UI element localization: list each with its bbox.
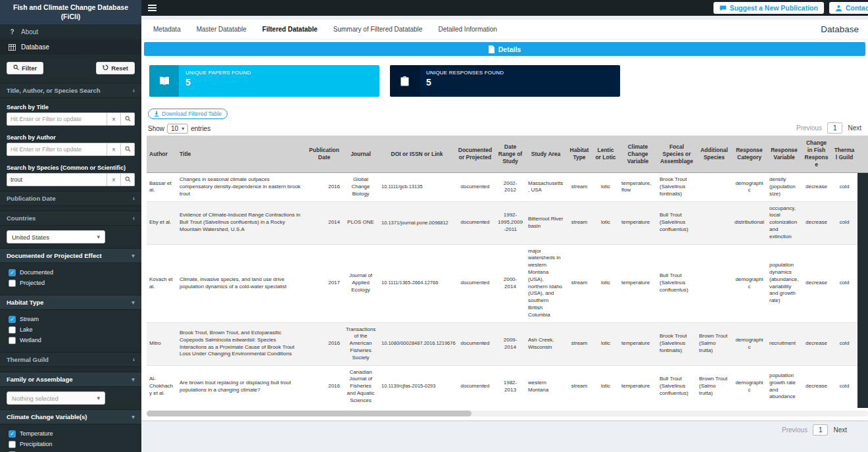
pagination-page-button[interactable]: 1 xyxy=(813,424,829,436)
reset-label: Reset xyxy=(111,64,128,72)
tab-master-datatable[interactable]: Master Datatable xyxy=(189,20,254,39)
horizontal-scrollbar[interactable] xyxy=(147,411,868,416)
pagination-previous-button[interactable]: Previous xyxy=(796,124,822,132)
filter-button[interactable]: Filter xyxy=(7,62,43,74)
checkbox-temperature[interactable]: ✓Temperature xyxy=(0,428,141,439)
checkbox-wetland[interactable]: Wetland xyxy=(0,335,141,345)
clear-button[interactable]: × xyxy=(107,143,121,156)
table-cell: western Montana xyxy=(525,365,566,407)
reset-button[interactable]: Reset xyxy=(96,62,135,74)
tab-metadata[interactable]: Metadata xyxy=(145,20,189,39)
filter-section-publication-date[interactable]: Publication Date‹ xyxy=(0,191,141,206)
table-cell: 2014 xyxy=(306,201,343,244)
show-label: Show xyxy=(148,125,164,132)
pagination-next-button[interactable]: Next xyxy=(833,426,847,434)
filter-section-family-or-assemblage[interactable]: Family or Assemblage▾ xyxy=(0,372,141,387)
navbar-actions: Suggest a New Publication Contact xyxy=(713,2,868,14)
table-cell: stream xyxy=(566,322,592,365)
family-or-assemblage-select[interactable]: Nothing selected▾ xyxy=(7,391,105,405)
column-header-documented-or-projected[interactable]: Documented or Projected xyxy=(455,136,495,173)
table-cell: stream xyxy=(566,244,592,322)
table-cell: stream xyxy=(566,201,592,244)
checkbox-stream[interactable]: ✓Stream xyxy=(0,314,141,324)
sidebar-item-about[interactable]: ?About xyxy=(0,24,141,39)
checkbox-icon xyxy=(9,326,16,334)
table-cell: density (population size) xyxy=(767,173,802,201)
checkbox-documented[interactable]: ✓Documented xyxy=(0,267,141,278)
column-header-change-in-fish-response[interactable]: Change in Fish Response xyxy=(802,136,831,173)
table-cell: Bitterroot River basin xyxy=(525,201,566,244)
sidebar-item-database[interactable]: Database xyxy=(0,39,141,55)
column-header-focal-species-or-assemblage[interactable]: Focal Species or Assemblage xyxy=(657,136,696,173)
tab-filtered-datatable[interactable]: Filtered Datatable xyxy=(254,20,326,39)
sidebar-toggle-button[interactable] xyxy=(148,5,157,11)
checkbox-precipitation[interactable]: Precipitation xyxy=(0,439,141,449)
table-cell: 10.1080/00028487.2016.1219676 xyxy=(379,322,455,365)
column-header-date-range-of-study[interactable]: Date Range of Study xyxy=(495,136,525,173)
table-cell: Eby et al. xyxy=(147,201,177,244)
pagination-next-button[interactable]: Next xyxy=(848,124,861,132)
table-cell: Brook Trout, Brown Trout, and Ectoparasi… xyxy=(177,322,306,365)
column-header-habitat-type[interactable]: Habitat Type xyxy=(566,136,592,173)
clear-button[interactable]: × xyxy=(107,113,121,126)
table-cell: demographic xyxy=(732,173,767,201)
pagination-previous-button[interactable]: Previous xyxy=(782,426,808,434)
checkbox-projected[interactable]: Projected xyxy=(0,278,141,288)
search-by-author-input[interactable] xyxy=(7,143,107,156)
column-header-author[interactable]: Author xyxy=(147,136,177,173)
table-cell: decrease xyxy=(802,201,831,244)
column-header-response-variable[interactable]: Response Variable xyxy=(767,136,802,173)
search-button[interactable] xyxy=(121,143,135,156)
tab-summary-of-filtered-datatable[interactable]: Summary of Filtered Datatable xyxy=(326,20,431,39)
tab-detailed-information[interactable]: Detailed Information xyxy=(430,20,505,39)
search-input-group: × xyxy=(7,173,135,186)
column-header-journal[interactable]: Journal xyxy=(343,136,379,173)
table-cell: lotic xyxy=(592,322,619,365)
pagination-page-button[interactable]: 1 xyxy=(827,122,843,134)
table-cell: cold xyxy=(831,365,857,407)
filter-section-documented-or-projected-effect[interactable]: Documented or Projected Effect▾ xyxy=(0,248,141,263)
filter-section-label: Publication Date xyxy=(7,195,55,202)
table-cell-overflow xyxy=(857,322,868,365)
page-length-select[interactable]: 10 ▾ xyxy=(167,124,188,134)
search-by-title-input[interactable] xyxy=(7,113,107,126)
download-filtered-table-button[interactable]: Download Filtered Table xyxy=(148,109,228,119)
column-header-doi-or-issn-or-link[interactable]: DOI or ISSN or Link xyxy=(379,136,455,173)
filter-section-title-author-or-species-search[interactable]: Title, Author, or Species Search‹ xyxy=(0,83,141,98)
search-icon xyxy=(125,116,131,123)
column-header-additional-species[interactable]: Additional Species xyxy=(696,136,732,173)
suggest-publication-button[interactable]: Suggest a New Publication xyxy=(713,2,824,14)
value-boxes: UNIQUE PAPERS FOUND 5 UNIQUE RESPONSES F… xyxy=(141,59,868,97)
checkbox-label: Temperature xyxy=(20,430,53,437)
table-cell: temperature xyxy=(619,322,657,365)
search-by-species-common-or-scientific-input[interactable] xyxy=(7,173,107,186)
table-row: MitroBrook Trout, Brown Trout, and Ectop… xyxy=(147,322,868,365)
column-header-thermal-guild[interactable]: Thermal Guild xyxy=(831,136,857,173)
checkbox-lake[interactable]: Lake xyxy=(0,324,141,335)
search-button[interactable] xyxy=(121,173,135,186)
countries-select[interactable]: United States▾ xyxy=(7,230,105,243)
table-cell: Evidence of Climate-Induced Range Contra… xyxy=(177,201,306,244)
checkbox-label: Documented xyxy=(20,269,53,276)
column-header-lentic-or-lotic[interactable]: Lentic or Lotic xyxy=(592,136,619,173)
table-row: Bassar et al.Changes in seasonal climate… xyxy=(147,173,868,201)
column-header-climate-change-variable[interactable]: Climate Change Variable xyxy=(619,136,657,173)
column-header-response-category[interactable]: Response Category xyxy=(732,136,767,173)
table-cell: Mitro xyxy=(147,322,177,365)
chevron-down-icon: ▾ xyxy=(97,234,100,240)
contact-button[interactable]: Contact xyxy=(829,2,868,14)
table-cell: stream xyxy=(566,173,592,201)
filter-section-climate-change-variable-s[interactable]: Climate Change Variable(s)▾ xyxy=(0,409,141,424)
filter-section-countries[interactable]: Countries‹ xyxy=(0,211,141,226)
column-header-title[interactable]: Title xyxy=(177,136,306,173)
table-cell: Al-Chokhachy et al. xyxy=(147,365,177,407)
search-field-label: Search by Species (Common or Scientific) xyxy=(0,159,141,173)
filter-section-habitat-type[interactable]: Habitat Type▾ xyxy=(0,295,141,310)
checkbox-flow[interactable]: Flow xyxy=(0,449,141,452)
column-header-publication-date[interactable]: Publication Date xyxy=(306,136,343,173)
scrollbar-thumb[interactable] xyxy=(147,411,471,416)
clear-button[interactable]: × xyxy=(107,173,121,186)
filter-section-thermal-guild[interactable]: Thermal Guild‹ xyxy=(0,352,141,367)
column-header-study-area[interactable]: Study Area xyxy=(525,136,566,173)
search-button[interactable] xyxy=(121,113,135,126)
